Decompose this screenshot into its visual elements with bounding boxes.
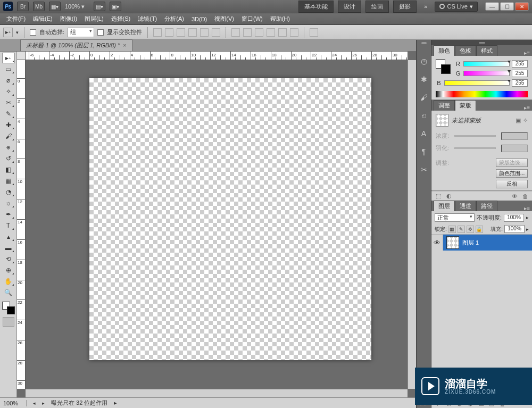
cslive-button[interactable]: CS Live▾ [435, 2, 478, 12]
gradient-tool[interactable]: ▦ [2, 176, 15, 186]
character-icon[interactable]: A [419, 128, 429, 139]
close-tab-icon[interactable]: × [123, 42, 126, 48]
lock-pixels-icon[interactable]: ✎ [458, 226, 465, 233]
panel-menu-icon[interactable]: ▸≡ [522, 50, 532, 56]
layer-row[interactable]: 👁 图层 1 [431, 235, 532, 251]
lock-all-icon[interactable]: 🔒 [476, 226, 483, 233]
dodge-tool[interactable]: ☼ [2, 198, 15, 209]
g-value[interactable]: 255 [512, 70, 528, 77]
shape-tool[interactable]: ▬ [2, 243, 15, 253]
auto-select-checkbox[interactable] [30, 29, 36, 36]
workspace-tab-photo[interactable]: 摄影 [393, 1, 417, 13]
auto-select-mode[interactable]: 组 [68, 28, 94, 37]
status-zoom[interactable]: 100% [3, 400, 27, 406]
workspace-tab-design[interactable]: 设计 [338, 1, 361, 13]
marquee-tool[interactable]: ▭ [2, 64, 15, 74]
distribute-icon[interactable] [278, 28, 287, 37]
layer-name[interactable]: 图层 1 [462, 239, 479, 247]
distribute-icon[interactable] [255, 28, 263, 37]
status-next-icon[interactable]: ▸ [42, 401, 45, 406]
brushset-icon[interactable]: ✱ [419, 74, 429, 85]
magic-wand-tool[interactable]: ✧ [2, 86, 15, 97]
menu-view[interactable]: 视图(V) [211, 14, 237, 24]
path-select-tool[interactable]: ▴ [2, 231, 15, 242]
workspace-more[interactable]: » [421, 3, 430, 10]
menu-3d[interactable]: 3D(D) [188, 15, 210, 23]
align-icon[interactable] [165, 28, 173, 37]
bridge-button[interactable]: Br [17, 2, 29, 11]
align-icon[interactable] [188, 28, 197, 37]
move-tool-preset[interactable]: ▸+ [3, 28, 13, 37]
r-slider[interactable] [463, 61, 510, 66]
pixel-mask-icon[interactable]: ▣ [516, 117, 521, 124]
color-swatches[interactable] [2, 302, 15, 314]
scrollbar-horizontal[interactable] [26, 389, 408, 397]
align-icon[interactable] [212, 28, 220, 37]
history-brush-tool[interactable]: ↺ [2, 153, 15, 164]
tab-layers[interactable]: 图层 [434, 201, 455, 211]
minibridge-button[interactable]: Mb [33, 2, 45, 11]
visibility-icon[interactable]: 👁 [431, 235, 443, 251]
delete-mask-icon[interactable]: 🗑 [521, 193, 529, 200]
menu-edit[interactable]: 编辑(E) [30, 14, 56, 24]
g-slider[interactable] [463, 71, 510, 76]
close-button[interactable]: ✕ [515, 2, 529, 11]
move-tool[interactable]: ▸+ [2, 53, 15, 63]
menu-layer[interactable]: 图层(L) [81, 14, 106, 24]
distribute-icon[interactable] [267, 28, 275, 37]
menu-file[interactable]: 文件(F) [3, 14, 29, 24]
panel-menu-icon[interactable]: ▸≡ [522, 105, 532, 111]
tab-color[interactable]: 颜色 [434, 45, 455, 56]
color-swatch-pair[interactable] [436, 59, 451, 74]
distribute-icon[interactable] [243, 28, 252, 37]
menu-help[interactable]: 帮助(H) [267, 14, 293, 24]
status-menu-icon[interactable]: ▸ [114, 399, 117, 406]
tab-adjustments[interactable]: 调整 [434, 100, 455, 111]
b-slider[interactable] [444, 80, 510, 86]
show-transform-checkbox[interactable] [97, 29, 104, 36]
zoom-display[interactable]: 100% ▾ [65, 3, 89, 10]
minimize-button[interactable]: — [485, 2, 499, 11]
fill-value[interactable]: 100% [504, 225, 525, 233]
clone-source-icon[interactable]: ⎌ [419, 110, 429, 121]
3d-camera-tool[interactable]: ⊕ [2, 265, 15, 276]
distribute-icon[interactable] [290, 28, 298, 37]
paragraph-icon[interactable]: ¶ [419, 146, 429, 157]
color-range-button[interactable]: 颜色范围... [496, 169, 528, 178]
mask-edge-button[interactable]: 蒙版边缘... [496, 159, 528, 167]
hand-tool[interactable]: ✋ [2, 276, 15, 287]
tools-preset-icon[interactable]: ✂ [419, 164, 429, 175]
ruler-origin[interactable] [17, 52, 26, 60]
menu-select[interactable]: 选择(S) [108, 14, 134, 24]
screen-mode-button[interactable]: ▣▾ [110, 2, 121, 11]
tab-paths[interactable]: 路径 [476, 201, 497, 211]
workspace-tab-basic[interactable]: 基本功能 [298, 1, 334, 13]
lock-transparency-icon[interactable]: ▦ [448, 226, 456, 233]
tab-masks[interactable]: 蒙版 [455, 100, 476, 111]
tab-styles[interactable]: 样式 [476, 45, 497, 56]
blur-tool[interactable]: ◔ [2, 187, 15, 197]
lock-position-icon[interactable]: ✥ [467, 226, 474, 233]
auto-align-icon[interactable] [310, 28, 318, 37]
status-prev-icon[interactable]: ◂ [33, 401, 36, 406]
r-value[interactable]: 255 [512, 60, 528, 68]
b-value[interactable]: 255 [512, 79, 528, 87]
align-icon[interactable] [177, 28, 185, 37]
healing-tool[interactable]: ✚ [2, 120, 15, 130]
eyedropper-tool[interactable]: ✎ [2, 109, 15, 119]
brush-tool[interactable]: 🖌 [2, 131, 15, 141]
color-spectrum[interactable] [436, 91, 528, 97]
tab-swatches[interactable]: 色板 [455, 45, 476, 56]
disable-mask-icon[interactable]: 👁 [511, 193, 518, 200]
arrange-docs-button[interactable]: ▤▾ [94, 2, 105, 11]
3d-tool[interactable]: ⟲ [2, 254, 15, 264]
opacity-value[interactable]: 100% [504, 214, 524, 222]
ruler-vertical[interactable]: 024681012141618202224262830 [17, 60, 26, 389]
apply-mask-icon[interactable]: ◐ [445, 193, 453, 200]
eraser-tool[interactable]: ◧ [2, 164, 15, 175]
align-icon[interactable] [200, 28, 209, 37]
lasso-tool[interactable]: ⌀ [2, 75, 15, 86]
tab-channels[interactable]: 通道 [455, 201, 476, 211]
menu-image[interactable]: 图像(I) [57, 14, 80, 24]
menu-analysis[interactable]: 分析(A) [161, 14, 187, 24]
